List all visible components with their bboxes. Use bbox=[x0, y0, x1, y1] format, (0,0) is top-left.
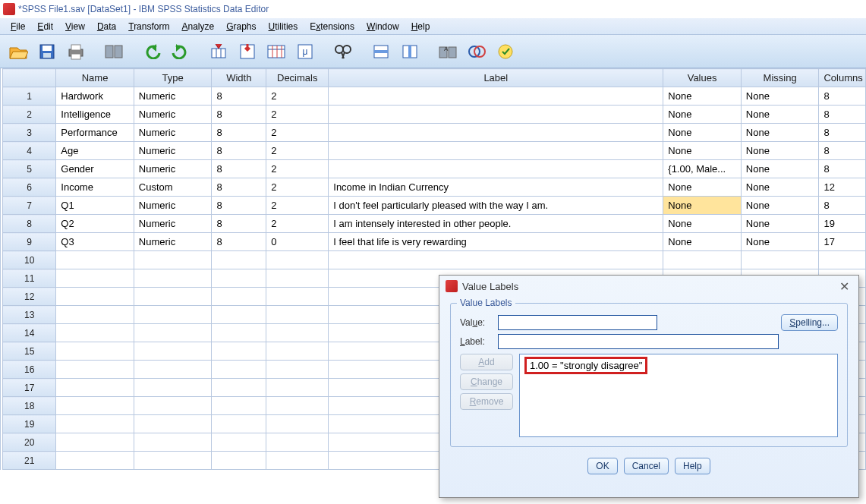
cell-width[interactable]: 8 bbox=[212, 87, 266, 106]
cell-label[interactable] bbox=[329, 87, 663, 106]
cell-decimals[interactable]: 2 bbox=[266, 124, 329, 142]
row-number[interactable]: 8 bbox=[2, 215, 56, 233]
cell-type[interactable]: Numeric bbox=[134, 87, 212, 106]
cell-columns[interactable]: 8 bbox=[819, 124, 866, 142]
col-header-missing[interactable]: Missing bbox=[741, 69, 819, 87]
goto-case-icon[interactable] bbox=[206, 39, 231, 64]
run-descriptives-icon[interactable]: μ bbox=[293, 39, 317, 64]
cell-columns[interactable]: 8 bbox=[819, 197, 866, 215]
cell-name[interactable]: Q2 bbox=[56, 215, 134, 233]
cell-columns[interactable]: 17 bbox=[819, 233, 866, 251]
cell-name[interactable]: Hardwork bbox=[56, 87, 134, 106]
weight-cases-icon[interactable] bbox=[464, 39, 489, 64]
spelling-button[interactable]: Spelling... bbox=[781, 314, 838, 331]
value-input[interactable] bbox=[498, 315, 657, 330]
save-icon[interactable] bbox=[35, 39, 59, 64]
table-row[interactable]: 10 bbox=[2, 251, 866, 269]
cell-missing[interactable]: None bbox=[741, 142, 819, 160]
undo-icon[interactable] bbox=[140, 39, 164, 64]
cell-missing[interactable]: None bbox=[741, 87, 819, 106]
table-row[interactable]: 9 Q3 Numeric 8 0 I feel that life is ver… bbox=[2, 233, 866, 251]
menu-transform[interactable]: Transform bbox=[122, 20, 175, 33]
cancel-button[interactable]: Cancel bbox=[624, 458, 669, 474]
table-row[interactable]: 4 Age Numeric 8 2 None None 8 bbox=[2, 142, 866, 160]
cell-width[interactable]: 8 bbox=[212, 142, 266, 160]
change-button[interactable]: Change bbox=[460, 373, 513, 390]
row-number[interactable]: 20 bbox=[2, 433, 56, 452]
row-number[interactable]: 2 bbox=[2, 106, 56, 124]
cell-width[interactable]: 8 bbox=[212, 160, 266, 178]
menu-data[interactable]: Data bbox=[91, 20, 122, 33]
col-header-type[interactable]: Type bbox=[134, 69, 212, 87]
table-row[interactable]: 6 Income Custom 8 2 Income in Indian Cur… bbox=[2, 178, 866, 197]
cell-label[interactable]: Income in Indian Currency bbox=[329, 178, 663, 197]
cell-decimals[interactable]: 2 bbox=[266, 106, 329, 124]
row-number[interactable]: 9 bbox=[2, 233, 56, 251]
cell-decimals[interactable]: 2 bbox=[266, 215, 329, 233]
cell-columns[interactable]: 8 bbox=[819, 87, 866, 106]
select-cases-icon[interactable] bbox=[493, 39, 518, 64]
cell-type[interactable]: Numeric bbox=[134, 124, 212, 142]
menu-extensions[interactable]: Extensions bbox=[304, 20, 361, 33]
cell-missing[interactable]: None bbox=[741, 215, 819, 233]
row-number[interactable]: 12 bbox=[2, 288, 56, 306]
cell-values[interactable]: None bbox=[663, 87, 742, 106]
row-number[interactable]: 21 bbox=[2, 452, 56, 470]
cell-columns[interactable]: 12 bbox=[819, 178, 866, 197]
row-number[interactable]: 3 bbox=[2, 124, 56, 142]
cell-type[interactable]: Numeric bbox=[134, 142, 212, 160]
ok-button[interactable]: OK bbox=[587, 458, 617, 474]
close-icon[interactable]: ✕ bbox=[836, 279, 852, 294]
cell-width[interactable]: 8 bbox=[212, 124, 266, 142]
redo-icon[interactable] bbox=[168, 39, 193, 64]
cell-name[interactable]: Q3 bbox=[56, 233, 134, 251]
col-header-decimals[interactable]: Decimals bbox=[266, 69, 329, 87]
cell-label[interactable] bbox=[329, 142, 663, 160]
cell-width[interactable]: 8 bbox=[212, 215, 266, 233]
find-icon[interactable] bbox=[331, 39, 355, 64]
cell-decimals[interactable]: 2 bbox=[266, 142, 329, 160]
cell-decimals[interactable]: 2 bbox=[266, 160, 329, 178]
cell-values[interactable]: None bbox=[663, 197, 742, 215]
cell-values[interactable]: None bbox=[663, 215, 742, 233]
row-number[interactable]: 7 bbox=[2, 197, 56, 215]
row-number[interactable]: 13 bbox=[2, 306, 56, 324]
cell-name[interactable]: Intelligence bbox=[56, 106, 134, 124]
cell-columns[interactable]: 19 bbox=[819, 215, 866, 233]
cell-values[interactable]: None bbox=[663, 178, 742, 197]
col-header-label[interactable]: Label bbox=[329, 69, 663, 87]
cell-decimals[interactable]: 2 bbox=[266, 87, 329, 106]
recall-dialog-icon[interactable] bbox=[102, 39, 126, 64]
table-row[interactable]: 3 Performance Numeric 8 2 None None 8 bbox=[2, 124, 866, 142]
menu-help[interactable]: Help bbox=[405, 20, 436, 33]
add-button[interactable]: Add bbox=[460, 354, 513, 370]
cell-label[interactable] bbox=[329, 124, 663, 142]
table-row[interactable]: 8 Q2 Numeric 8 2 I am intensely interest… bbox=[2, 215, 866, 233]
cell-type[interactable]: Numeric bbox=[134, 215, 212, 233]
list-item[interactable]: 1.00 = "strongly disagree" bbox=[521, 356, 836, 375]
variables-icon[interactable] bbox=[264, 39, 288, 64]
cell-name[interactable]: Age bbox=[56, 142, 134, 160]
row-number[interactable]: 1 bbox=[2, 87, 56, 106]
print-icon[interactable] bbox=[64, 39, 88, 64]
cell-label[interactable] bbox=[329, 160, 663, 178]
cell-values[interactable]: {1.00, Male... bbox=[663, 160, 742, 178]
cell-columns[interactable]: 8 bbox=[819, 142, 866, 160]
cell-missing[interactable]: None bbox=[741, 233, 819, 251]
menu-file[interactable]: File bbox=[5, 20, 31, 33]
cell-missing[interactable]: None bbox=[741, 106, 819, 124]
cell-values[interactable]: None bbox=[663, 233, 742, 251]
row-number[interactable]: 11 bbox=[2, 269, 56, 288]
cell-label[interactable]: I don't feel particularly pleased with t… bbox=[329, 197, 663, 215]
value-labels-listbox[interactable]: 1.00 = "strongly disagree" bbox=[519, 354, 838, 437]
row-number[interactable]: 10 bbox=[2, 251, 56, 269]
cell-type[interactable]: Numeric bbox=[134, 233, 212, 251]
menu-window[interactable]: Window bbox=[361, 20, 405, 33]
cell-columns[interactable]: 8 bbox=[819, 160, 866, 178]
cell-values[interactable]: None bbox=[663, 124, 742, 142]
cell-decimals[interactable]: 0 bbox=[266, 233, 329, 251]
insert-cases-icon[interactable] bbox=[369, 39, 393, 64]
row-number[interactable]: 17 bbox=[2, 379, 56, 397]
cell-name[interactable]: Performance bbox=[56, 124, 134, 142]
cell-decimals[interactable]: 2 bbox=[266, 197, 329, 215]
